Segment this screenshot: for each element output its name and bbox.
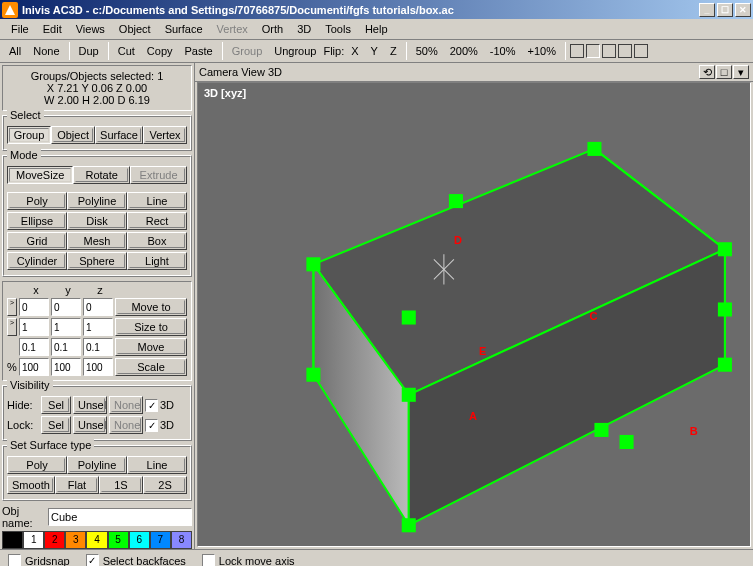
menu-surface[interactable]: Surface <box>158 21 210 37</box>
tb-ungroup[interactable]: Ungroup <box>269 42 321 60</box>
palette-3[interactable]: 3 <box>65 531 86 549</box>
surf-smooth[interactable]: Smooth <box>7 476 55 494</box>
hide-sel[interactable]: Sel <box>41 396 71 414</box>
moveto-x[interactable] <box>19 298 49 316</box>
select-surface[interactable]: Surface <box>95 126 143 144</box>
mode-poly[interactable]: Poly <box>7 192 67 210</box>
view-refresh-icon[interactable]: ⟲ <box>699 65 715 79</box>
layout-icon-1[interactable] <box>570 44 584 58</box>
surf-line[interactable]: Line <box>127 456 187 474</box>
layout-icon-5[interactable] <box>634 44 648 58</box>
gridsnap-opt[interactable]: Gridsnap <box>8 554 70 566</box>
tb-p10[interactable]: +10% <box>523 42 561 60</box>
palette-2[interactable]: 2 <box>44 531 65 549</box>
moveto-spin[interactable]: > <box>7 298 17 316</box>
view-menu-icon[interactable]: ▾ <box>733 65 749 79</box>
palette-7[interactable]: 7 <box>150 531 171 549</box>
layout-icon-2[interactable] <box>586 44 600 58</box>
moveto-z[interactable] <box>83 298 113 316</box>
view-max-icon[interactable]: □ <box>716 65 732 79</box>
scale-x[interactable] <box>19 358 49 376</box>
sizeto-x[interactable] <box>19 318 49 336</box>
moveto-y[interactable] <box>51 298 81 316</box>
mode-movesize[interactable]: MoveSize <box>7 166 73 184</box>
tb-200[interactable]: 200% <box>445 42 483 60</box>
maximize-button[interactable]: ☐ <box>717 3 733 17</box>
tb-all[interactable]: All <box>4 42 26 60</box>
hide-none[interactable]: None <box>109 396 143 414</box>
palette-0[interactable] <box>2 531 23 549</box>
select-object[interactable]: Object <box>51 126 95 144</box>
mode-line[interactable]: Line <box>127 192 187 210</box>
layout-icon-3[interactable] <box>602 44 616 58</box>
move-x[interactable] <box>19 338 49 356</box>
canvas-3d[interactable]: 3D [xyz] <box>197 82 751 547</box>
mode-sphere[interactable]: Sphere <box>67 252 127 270</box>
mode-cylinder[interactable]: Cylinder <box>7 252 67 270</box>
mode-light[interactable]: Light <box>127 252 187 270</box>
sizeto-button[interactable]: Size to <box>115 318 187 336</box>
surf-polyline[interactable]: Polyline <box>67 456 127 474</box>
tb-copy[interactable]: Copy <box>142 42 178 60</box>
tb-dup[interactable]: Dup <box>74 42 104 60</box>
surf-flat[interactable]: Flat <box>55 476 99 494</box>
objname-input[interactable] <box>48 508 192 526</box>
scale-z[interactable] <box>83 358 113 376</box>
menu-3d[interactable]: 3D <box>290 21 318 37</box>
lockmove-opt[interactable]: Lock move axis <box>202 554 295 566</box>
surf-2s[interactable]: 2S <box>143 476 187 494</box>
mode-ellipse[interactable]: Ellipse <box>7 212 67 230</box>
menu-vertex[interactable]: Vertex <box>210 21 255 37</box>
close-button[interactable]: ✕ <box>735 3 751 17</box>
mode-box[interactable]: Box <box>127 232 187 250</box>
lock-unsel[interactable]: Unsel <box>73 416 107 434</box>
lock-sel[interactable]: Sel <box>41 416 71 434</box>
scale-button[interactable]: Scale <box>115 358 187 376</box>
mode-disk[interactable]: Disk <box>67 212 127 230</box>
mode-extrude[interactable]: Extrude <box>130 166 187 184</box>
menu-tools[interactable]: Tools <box>318 21 358 37</box>
scale-y[interactable] <box>51 358 81 376</box>
moveto-button[interactable]: Move to <box>115 298 187 316</box>
palette-4[interactable]: 4 <box>86 531 107 549</box>
tb-flip-z[interactable]: Z <box>385 42 402 60</box>
mode-mesh[interactable]: Mesh <box>67 232 127 250</box>
palette-5[interactable]: 5 <box>108 531 129 549</box>
tb-flip-y[interactable]: Y <box>366 42 383 60</box>
layout-icon-4[interactable] <box>618 44 632 58</box>
select-group[interactable]: Group <box>7 126 51 144</box>
menu-object[interactable]: Object <box>112 21 158 37</box>
sizeto-y[interactable] <box>51 318 81 336</box>
palette-6[interactable]: 6 <box>129 531 150 549</box>
tb-cut[interactable]: Cut <box>113 42 140 60</box>
tb-paste[interactable]: Paste <box>180 42 218 60</box>
move-y[interactable] <box>51 338 81 356</box>
lock-none[interactable]: None <box>109 416 143 434</box>
hide-3d-check[interactable] <box>145 399 158 412</box>
select-vertex[interactable]: Vertex <box>143 126 187 144</box>
mode-grid[interactable]: Grid <box>7 232 67 250</box>
tb-m10[interactable]: -10% <box>485 42 521 60</box>
palette-8[interactable]: 8 <box>171 531 192 549</box>
tb-50[interactable]: 50% <box>411 42 443 60</box>
mode-polyline[interactable]: Polyline <box>67 192 127 210</box>
surf-1s[interactable]: 1S <box>99 476 143 494</box>
hide-unsel[interactable]: Unsel <box>73 396 107 414</box>
menu-edit[interactable]: Edit <box>36 21 69 37</box>
mode-rect[interactable]: Rect <box>127 212 187 230</box>
lock-3d-check[interactable] <box>145 419 158 432</box>
sizeto-z[interactable] <box>83 318 113 336</box>
menu-help[interactable]: Help <box>358 21 395 37</box>
tb-flip-x[interactable]: X <box>346 42 363 60</box>
menu-views[interactable]: Views <box>69 21 112 37</box>
surf-poly[interactable]: Poly <box>7 456 67 474</box>
move-z[interactable] <box>83 338 113 356</box>
tb-group[interactable]: Group <box>227 42 268 60</box>
backfaces-opt[interactable]: Select backfaces <box>86 554 186 566</box>
menu-file[interactable]: File <box>4 21 36 37</box>
sizeto-spin[interactable]: > <box>7 318 17 336</box>
tb-none[interactable]: None <box>28 42 64 60</box>
palette-1[interactable]: 1 <box>23 531 44 549</box>
minimize-button[interactable]: _ <box>699 3 715 17</box>
mode-rotate[interactable]: Rotate <box>73 166 130 184</box>
